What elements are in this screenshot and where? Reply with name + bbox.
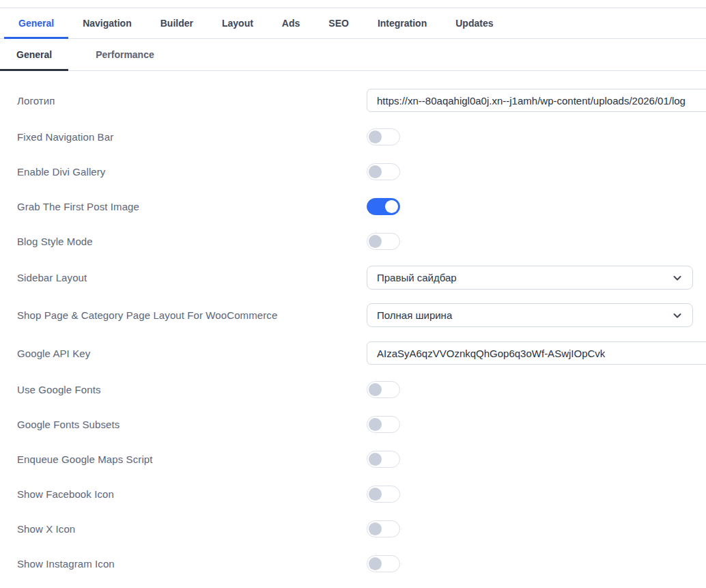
setting-label: Shop Page & Category Page Layout For Woo… xyxy=(17,309,367,321)
settings-row-google-fonts-subsets: Google Fonts Subsets xyxy=(17,407,706,442)
tab-updates[interactable]: Updates xyxy=(441,8,507,38)
toggle-knob xyxy=(385,200,398,213)
toggle-knob xyxy=(369,453,382,466)
settings-row-enable-divi-gallery: Enable Divi Gallery xyxy=(17,154,706,189)
blog-style-mode-toggle[interactable] xyxy=(367,233,400,250)
tab-builder[interactable]: Builder xyxy=(146,8,208,38)
toggle-knob xyxy=(369,235,382,248)
shop-category-layout-woocommerce-select[interactable]: Полная ширина xyxy=(367,303,693,327)
toggle-knob xyxy=(369,130,382,143)
settings-row-show-instagram-icon: Show Instagram Icon xyxy=(17,546,706,581)
secondary-tabbar: GeneralPerformance xyxy=(0,39,706,71)
settings-form: Логотип Fixed Navigation Bar Enable Divi… xyxy=(0,71,706,581)
settings-row-show-facebook-icon: Show Facebook Icon xyxy=(17,477,706,512)
settings-row-blog-style-mode: Blog Style Mode xyxy=(17,224,706,259)
settings-row-google-api-key: Google API Key xyxy=(17,334,706,372)
chevron-down-icon xyxy=(672,272,683,283)
tab-integration[interactable]: Integration xyxy=(363,8,441,38)
tab-general[interactable]: General xyxy=(0,39,68,70)
enqueue-google-maps-script-toggle[interactable] xyxy=(367,451,400,468)
setting-label: Sidebar Layout xyxy=(17,272,367,283)
show-instagram-icon-toggle[interactable] xyxy=(367,555,400,572)
tab-layout[interactable]: Layout xyxy=(208,8,268,38)
setting-label: Use Google Fonts xyxy=(17,384,367,395)
sidebar-layout-select[interactable]: Правый сайдбар xyxy=(367,266,693,290)
grab-the-first-post-image-toggle[interactable] xyxy=(367,198,400,215)
settings-row-fixed-navigation-bar: Fixed Navigation Bar xyxy=(17,120,706,154)
setting-label: Enqueue Google Maps Script xyxy=(17,453,367,465)
tab-ads[interactable]: Ads xyxy=(268,8,314,38)
settings-row-show-x-icon: Show X Icon xyxy=(17,512,706,546)
settings-row-sidebar-layout: Sidebar Layout Правый сайдбар xyxy=(17,259,706,296)
toggle-knob xyxy=(369,418,382,431)
setting-label: Логотип xyxy=(17,95,367,107)
toggle-knob xyxy=(369,383,382,396)
setting-label: Grab The First Post Image xyxy=(17,201,367,212)
tab-navigation[interactable]: Navigation xyxy=(68,8,146,38)
setting-label: Google API Key xyxy=(17,348,367,359)
settings-row-enqueue-google-maps-script: Enqueue Google Maps Script xyxy=(17,442,706,477)
use-google-fonts-toggle[interactable] xyxy=(367,381,400,398)
toggle-knob xyxy=(369,488,382,501)
show-facebook-icon-toggle[interactable] xyxy=(367,486,400,503)
google-api-key-input[interactable] xyxy=(367,341,706,365)
enable-divi-gallery-toggle[interactable] xyxy=(367,163,400,180)
show-x-icon-toggle[interactable] xyxy=(367,520,400,537)
setting-label: Fixed Navigation Bar xyxy=(17,131,367,143)
fixed-navigation-bar-toggle[interactable] xyxy=(367,128,400,145)
chevron-down-icon xyxy=(672,310,683,321)
setting-label: Show X Icon xyxy=(17,523,367,535)
logo-input[interactable] xyxy=(367,89,706,112)
select-value: Полная ширина xyxy=(377,309,452,321)
setting-label: Enable Divi Gallery xyxy=(17,166,367,178)
toggle-knob xyxy=(369,165,382,178)
settings-row-grab-the-first-post-image: Grab The First Post Image xyxy=(17,189,706,224)
setting-label: Show Facebook Icon xyxy=(17,488,367,500)
primary-tabbar: GeneralNavigationBuilderLayoutAdsSEOInte… xyxy=(0,8,706,39)
google-fonts-subsets-toggle[interactable] xyxy=(367,416,400,433)
settings-row-use-google-fonts: Use Google Fonts xyxy=(17,372,706,407)
select-value: Правый сайдбар xyxy=(377,272,457,283)
tab-general[interactable]: General xyxy=(4,8,68,38)
setting-label: Show Instagram Icon xyxy=(17,558,367,570)
settings-row-logo: Логотип xyxy=(17,81,706,120)
setting-label: Google Fonts Subsets xyxy=(17,419,367,430)
tab-performance[interactable]: Performance xyxy=(79,39,171,70)
toggle-knob xyxy=(369,557,382,570)
toggle-knob xyxy=(369,522,382,535)
settings-row-shop-category-layout-woocommerce: Shop Page & Category Page Layout For Woo… xyxy=(17,296,706,334)
tab-seo[interactable]: SEO xyxy=(314,8,363,38)
setting-label: Blog Style Mode xyxy=(17,236,367,247)
